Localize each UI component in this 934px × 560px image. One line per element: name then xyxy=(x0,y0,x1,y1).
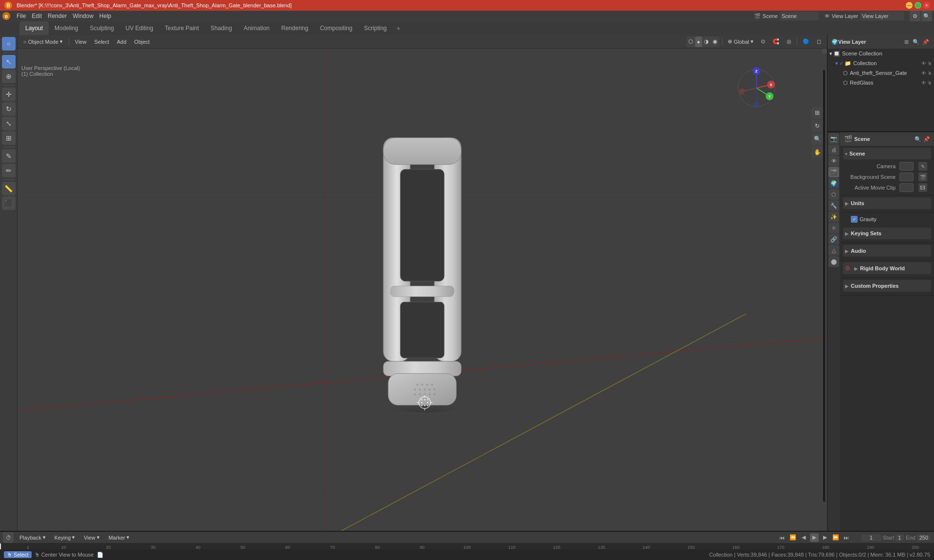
object-menu-button[interactable]: Object xyxy=(131,36,153,47)
audio-header[interactable]: ▶ Audio xyxy=(843,245,931,257)
prev-frame-btn[interactable]: ◀ xyxy=(799,533,808,542)
select-status-btn[interactable]: 🖱 Select xyxy=(4,551,32,558)
annotate-tool-button[interactable]: ✎ xyxy=(2,149,16,163)
end-frame-input[interactable]: 250 xyxy=(916,534,931,541)
prop-tab-particles[interactable]: ✨ xyxy=(828,211,839,222)
tab-sculpting[interactable]: Sculpting xyxy=(84,21,120,35)
view-timeline-menu[interactable]: View ▾ xyxy=(81,532,103,543)
prop-header-pin[interactable]: 📌 xyxy=(923,136,930,142)
engine-icon[interactable]: ⚙ xyxy=(910,11,920,21)
minimize-button[interactable]: — xyxy=(906,2,913,9)
tab-shading[interactable]: Shading xyxy=(205,21,238,35)
prop-tab-data[interactable]: △ xyxy=(828,245,839,256)
menu-window[interactable]: Window xyxy=(70,11,96,21)
annotate-line-button[interactable]: ✏ xyxy=(2,164,16,177)
background-scene-icon[interactable]: 🎬 xyxy=(918,173,927,181)
pan-view-btn[interactable]: ✋ xyxy=(811,146,823,158)
view-menu-button[interactable]: View xyxy=(72,36,90,47)
tab-animation[interactable]: Animation xyxy=(238,21,275,35)
movie-clip-icon[interactable]: 🎞 xyxy=(918,183,927,192)
select-menu-button[interactable]: Select xyxy=(91,36,112,47)
prop-tab-object[interactable]: ⬡ xyxy=(828,189,839,200)
add-cube-button[interactable]: ⬛ xyxy=(2,196,16,210)
next-frame-btn[interactable]: ▶ xyxy=(821,533,829,542)
outliner-search-btn[interactable]: 🔍 xyxy=(912,37,920,46)
grid-tool-btn[interactable]: ⊞ xyxy=(811,107,823,119)
menu-help[interactable]: Help xyxy=(96,11,114,21)
jump-start-btn[interactable]: ⏮ xyxy=(778,533,787,542)
jump-end-btn[interactable]: ⏭ xyxy=(842,533,851,542)
search-icon[interactable]: 🔍 xyxy=(921,11,932,21)
tab-layout[interactable]: Layout xyxy=(19,21,49,35)
render-preview-btn[interactable]: ◉ xyxy=(711,36,719,47)
movie-clip-field[interactable] xyxy=(899,183,914,192)
outliner-redglass[interactable]: ⬡ RedGlass 👁 🖱 xyxy=(827,78,934,88)
prop-tab-world[interactable]: 🌍 xyxy=(828,178,839,189)
view-layer-input[interactable]: View Layer xyxy=(860,12,904,20)
pivot-btn[interactable]: ⊙ xyxy=(758,36,768,47)
background-scene-field[interactable] xyxy=(899,173,914,181)
menu-edit[interactable]: Edit xyxy=(29,11,45,21)
keying-menu[interactable]: Keying ▾ xyxy=(52,532,78,543)
custom-props-header[interactable]: ▶ Custom Properties xyxy=(843,280,931,292)
scene-section-header[interactable]: ▾ Scene xyxy=(843,148,931,159)
mode-icon[interactable]: ○ xyxy=(2,37,16,51)
scene-input[interactable]: Scene xyxy=(780,12,819,20)
material-preview-btn[interactable]: ◑ xyxy=(702,36,711,47)
next-keyframe-btn[interactable]: ⏩ xyxy=(831,533,840,542)
center-view-btn[interactable]: 🖱 Center View to Mouse xyxy=(35,552,94,558)
prop-tab-constraints[interactable]: 🔗 xyxy=(828,234,839,245)
prev-keyframe-btn[interactable]: ⏪ xyxy=(789,533,797,542)
object-mode-button[interactable]: ○ Object Mode ▾ xyxy=(20,36,66,47)
prop-tab-output[interactable]: 🖨 xyxy=(828,144,839,155)
prop-header-search[interactable]: 🔍 xyxy=(915,136,921,142)
prop-tab-render[interactable]: 📷 xyxy=(828,133,839,144)
outliner-pin-btn[interactable]: 📌 xyxy=(921,37,930,46)
marker-menu[interactable]: Marker ▾ xyxy=(106,532,132,543)
prop-tab-material[interactable]: ⬤ xyxy=(828,256,839,267)
timeline-mode-icon[interactable]: ⏱ xyxy=(3,532,14,543)
transform-tool-button[interactable]: ⊞ xyxy=(2,131,16,145)
outliner-scene-collection[interactable]: ▾ 🔲 Scene Collection xyxy=(827,49,934,58)
menu-file[interactable]: File xyxy=(14,11,29,21)
outliner-filter-btn[interactable]: ⊞ xyxy=(902,37,911,46)
tab-uv-editing[interactable]: UV Editing xyxy=(120,21,159,35)
prop-tab-physics[interactable]: ⚛ xyxy=(828,223,839,233)
outliner-collection[interactable]: ▾ ✓ 📁 Collection 👁 🖱 xyxy=(827,58,934,68)
start-frame-input[interactable]: 1 xyxy=(895,534,904,541)
rigid-body-world-header[interactable]: ⚙ ▶ Rigid Body World xyxy=(843,262,931,274)
playback-menu[interactable]: Playback ▾ xyxy=(17,532,49,543)
tab-rendering[interactable]: Rendering xyxy=(275,21,314,35)
overlay-btn[interactable]: 🔵 xyxy=(800,36,812,47)
prop-tab-view-layer[interactable]: 👁 xyxy=(828,156,839,166)
close-button[interactable]: × xyxy=(923,2,930,9)
corner-drag-handle-tr[interactable] xyxy=(822,49,827,53)
tab-scripting[interactable]: Scripting xyxy=(358,21,393,35)
tab-compositing[interactable]: Compositing xyxy=(314,21,359,35)
solid-btn[interactable]: ● xyxy=(695,36,702,47)
add-workspace-button[interactable]: + xyxy=(393,22,404,34)
units-section-header[interactable]: ▶ Units xyxy=(843,197,931,209)
tab-modeling[interactable]: Modeling xyxy=(49,21,84,35)
navigation-gizmo[interactable]: X Y Z xyxy=(735,66,778,110)
select-tool-button[interactable]: ↖ xyxy=(2,55,16,69)
menu-render[interactable]: Render xyxy=(45,11,70,21)
maximize-button[interactable]: □ xyxy=(915,2,921,9)
xray-btn[interactable]: ◻ xyxy=(814,36,824,47)
play-btn[interactable]: ▶ xyxy=(810,533,819,542)
prop-tab-modifier[interactable]: 🔧 xyxy=(828,200,839,211)
set-render-region-btn[interactable]: 📄 xyxy=(97,552,104,558)
prop-tab-scene[interactable]: 🎬 xyxy=(828,167,839,177)
rotate-view-btn[interactable]: ↻ xyxy=(811,120,823,132)
current-frame-input[interactable]: 1 xyxy=(862,534,881,541)
scale-tool-button[interactable]: ⤡ xyxy=(2,117,16,130)
viewport-scene[interactable]: X Y Z ⊞ xyxy=(18,49,827,531)
outliner-anti-theft[interactable]: ⬡ Anti_theft_Sensor_Gate 👁 🖱 xyxy=(827,68,934,78)
add-menu-button[interactable]: Add xyxy=(114,36,129,47)
gravity-checkbox[interactable]: ✓ xyxy=(851,216,858,223)
wireframe-btn[interactable]: ⬡ xyxy=(686,36,695,47)
camera-edit-btn[interactable]: ✎ xyxy=(918,162,927,171)
panel-drag-handle[interactable] xyxy=(823,70,825,502)
keying-sets-header[interactable]: ▶ Keying Sets xyxy=(843,228,931,239)
camera-field[interactable] xyxy=(899,162,914,171)
